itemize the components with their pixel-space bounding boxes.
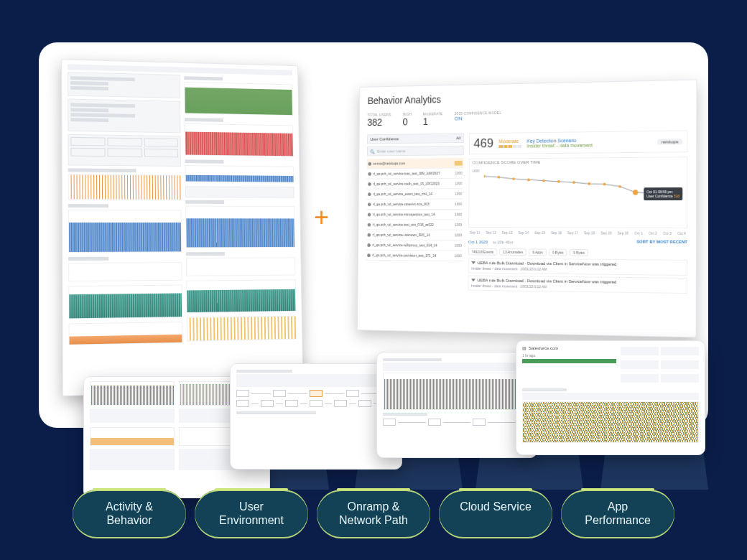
svg-point-7 bbox=[588, 182, 590, 185]
alert-entry[interactable]: UEBA rule Bulk Download - Download via C… bbox=[468, 275, 687, 294]
user-dot-icon bbox=[368, 182, 371, 186]
chart-tile bbox=[185, 206, 295, 248]
alert-entry[interactable]: UEBA rule Bulk Download - Download via C… bbox=[468, 258, 687, 276]
svg-point-3 bbox=[527, 179, 530, 182]
chart-tooltip: Oct 01 08:59 pm User Confidence 516 bbox=[644, 187, 682, 200]
mini-app-performance[interactable]: ▥ Salesforce.com 1 hr ago bbox=[516, 340, 705, 455]
pill-app-performance[interactable]: AppPerformance bbox=[561, 490, 674, 538]
summary-chip[interactable]: 749218 Events bbox=[468, 248, 497, 256]
sort-link[interactable]: SORT BY MOST RECENT bbox=[636, 240, 687, 244]
user-row[interactable]: rl_qa.pch_vd_service-unknown_R15_141000 bbox=[366, 230, 463, 241]
svg-point-0 bbox=[483, 175, 485, 178]
stat-conf-model: 2023 CONFIDENCE MODEL ON bbox=[455, 111, 501, 126]
user-row[interactable]: rl_qa.pch_vd_service_event_test_ch4_1410… bbox=[366, 189, 463, 200]
user-dot-icon bbox=[368, 172, 371, 176]
severity-bars-icon bbox=[498, 145, 521, 148]
stats-row: TOTAL USERS 382 HIGH 0 MODERATE 1 2023 C… bbox=[367, 108, 687, 128]
svg-point-4 bbox=[542, 179, 545, 182]
pill-activity-behavior[interactable]: Activity &Behavior bbox=[73, 490, 186, 538]
summary-chip[interactable]: 6 Apps bbox=[529, 248, 547, 256]
svg-point-10 bbox=[633, 190, 638, 195]
user-dot-icon bbox=[368, 223, 371, 226]
chart-tile bbox=[185, 165, 294, 182]
svg-point-2 bbox=[512, 177, 515, 180]
user-dot-icon bbox=[367, 243, 370, 247]
user-tag bbox=[455, 160, 463, 165]
search-icon: 🔍 bbox=[370, 149, 374, 154]
chevron-down-icon bbox=[471, 279, 475, 281]
chart-tile bbox=[184, 82, 292, 116]
user-row[interactable]: emma@netskope.com bbox=[367, 158, 464, 169]
user-dot-icon bbox=[368, 233, 371, 236]
hop-map bbox=[236, 390, 396, 397]
user-row[interactable]: rl_qa.pch_vd_service-isas_test_389_JdW29… bbox=[367, 168, 464, 179]
pill-cloud-service[interactable]: Cloud Service bbox=[439, 490, 552, 538]
user-row[interactable]: rl_qa.pch_vd_service-casesvc-rica_003100… bbox=[366, 200, 463, 210]
chart-x-axis: Sep 11Sep 12Sep 13Sep 14Sep 15Sep 16Sep … bbox=[468, 230, 687, 235]
stat-high: HIGH 0 bbox=[402, 112, 411, 127]
user-row[interactable]: rl_qa.pch_vd_service-test_vict_R15_ar022… bbox=[366, 220, 463, 230]
svg-point-9 bbox=[618, 185, 621, 188]
user-row[interactable]: rl_qa.pch_vd_service-provision_test_371_… bbox=[366, 251, 463, 261]
pill-onramp-network[interactable]: Onramp &Network Path bbox=[317, 490, 430, 538]
chart-tile bbox=[185, 123, 294, 157]
confidence-chart[interactable]: CONFIDENCE SCORE OVER TIME 1000 Oct 01 0… bbox=[468, 157, 687, 228]
app-host-label: Salesforce.com bbox=[529, 346, 558, 350]
stat-total-users: TOTAL USERS 382 bbox=[367, 113, 391, 128]
svg-point-8 bbox=[603, 183, 606, 186]
category-pill-row: Activity &Behavior UserEnvironment Onram… bbox=[0, 490, 747, 538]
user-dot-icon bbox=[367, 253, 370, 257]
chevron-down-icon bbox=[471, 261, 475, 264]
behavior-analytics-panel: Behavior Analytics TOTAL USERS 382 HIGH … bbox=[357, 80, 697, 338]
cloud-icon: ▥ bbox=[522, 345, 526, 350]
chart-tile bbox=[187, 316, 297, 342]
mini-onramp-network[interactable] bbox=[376, 352, 537, 458]
svg-point-1 bbox=[498, 176, 501, 179]
user-dot-icon bbox=[368, 202, 371, 206]
user-dot-icon bbox=[368, 192, 371, 196]
user-dot-icon bbox=[368, 213, 371, 216]
plus-icon: + bbox=[314, 202, 329, 233]
user-row[interactable]: rl_qa.pch_vd_service-introspection_test_… bbox=[366, 210, 463, 220]
panel-title: Behavior Analytics bbox=[368, 89, 688, 106]
user-row[interactable]: rl_qa.pch_vd_service-w2bproxy_test_914_1… bbox=[366, 240, 463, 251]
pill-user-environment[interactable]: UserEnvironment bbox=[195, 490, 308, 538]
tag-pill: netskope bbox=[657, 139, 683, 144]
confidence-score: 469 bbox=[473, 136, 493, 151]
chart-tile bbox=[68, 210, 182, 253]
user-dot-icon bbox=[368, 162, 371, 165]
stat-moderate: MODERATE 1 bbox=[423, 111, 443, 126]
summary-chip[interactable]: 13 Anomalies bbox=[500, 248, 526, 256]
chart-tile bbox=[186, 279, 296, 313]
range-date[interactable]: Oct 1 2023 bbox=[468, 240, 488, 244]
dashboard-panel bbox=[61, 59, 303, 396]
user-list: User Confidence All 🔍 Enter user name em… bbox=[366, 134, 464, 293]
svg-point-5 bbox=[557, 180, 560, 183]
user-confidence-filter[interactable]: User Confidence All bbox=[367, 134, 464, 144]
severity-label: Moderate bbox=[499, 139, 522, 144]
svg-point-6 bbox=[572, 181, 575, 184]
summary-chip[interactable]: 0 Bytes bbox=[570, 249, 588, 256]
summary-chip[interactable]: 0 Bytes bbox=[549, 249, 567, 256]
summary-chip-bar: 749218 Events13 Anomalies6 Apps0 Bytes0 … bbox=[468, 248, 687, 257]
score-card: 469 Moderate Key Detection Scenario Insi… bbox=[469, 130, 687, 154]
chart-tile bbox=[68, 322, 182, 345]
user-search-input[interactable]: 🔍 Enter user name bbox=[367, 146, 464, 157]
chart-tile bbox=[68, 285, 182, 319]
user-row[interactable]: rl_qa.pch_vd_service-cadb_test_15_LRG202… bbox=[366, 179, 463, 190]
